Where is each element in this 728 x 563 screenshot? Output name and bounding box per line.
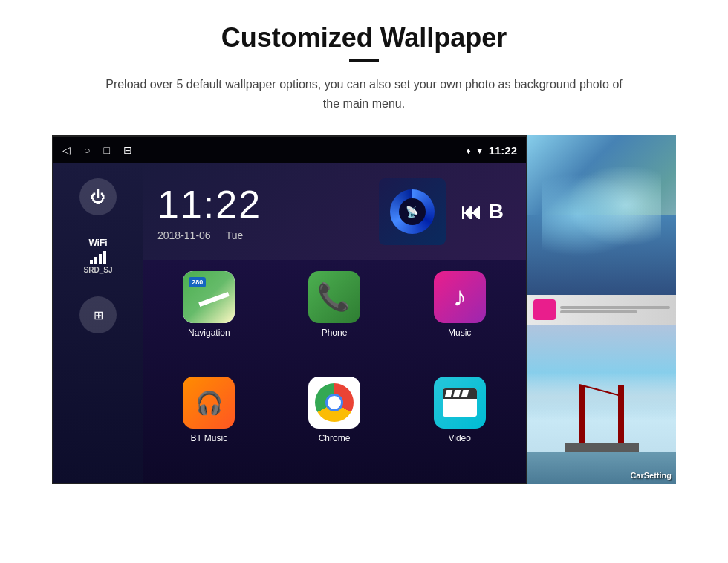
nav-map-bg: 280 xyxy=(183,271,235,323)
clapper-top xyxy=(443,388,477,399)
main-content: ⏻ WiFi SRD_SJ ⊞ xyxy=(53,163,526,484)
android-screen: ◁ ○ □ ⊟ ♦ ▼ 11:22 ⏻ xyxy=(52,135,527,484)
nav-icons: ◁ ○ □ ⊟ xyxy=(62,144,132,156)
btmusic-label: BT Music xyxy=(190,433,227,443)
status-right: ♦ ▼ 11:22 xyxy=(467,144,517,157)
cassette-line-2 xyxy=(560,310,637,313)
navigation-label: Navigation xyxy=(188,328,230,338)
status-time: 11:22 xyxy=(489,144,517,157)
page-container: Customized Wallpaper Preload over 5 defa… xyxy=(0,0,728,563)
wifi-bar-1 xyxy=(90,260,93,264)
content-area: ◁ ○ □ ⊟ ♦ ▼ 11:22 ⏻ xyxy=(0,135,728,484)
date-display: 2018-11-06 Tue xyxy=(157,230,364,241)
app-video[interactable]: Video xyxy=(400,377,519,475)
center-area: 11:22 2018-11-06 Tue 📡 xyxy=(143,163,526,484)
wifi-bar-4 xyxy=(103,251,106,264)
ice-shapes xyxy=(542,167,661,263)
bridge-structure xyxy=(565,357,639,452)
clapper-board xyxy=(443,388,477,417)
clapper-body xyxy=(443,399,477,417)
media-controls: ⏮ B xyxy=(461,200,511,224)
recent-icon[interactable]: □ xyxy=(103,144,109,156)
video-label: Video xyxy=(448,433,470,443)
screenshot-icon[interactable]: ⊟ xyxy=(123,144,132,156)
page-subtitle: Preload over 5 default wallpaper options… xyxy=(104,75,624,113)
wifi-bar-3 xyxy=(99,254,102,264)
cassette-details xyxy=(560,305,670,315)
btmusic-icon: 🎧 xyxy=(183,377,235,429)
wifi-bar-2 xyxy=(94,257,97,264)
music-label: Music xyxy=(448,328,471,338)
radio-icon: 📡 xyxy=(390,189,435,234)
play-icon[interactable]: B xyxy=(489,200,504,224)
cassette-icon xyxy=(533,299,556,320)
music-icon: ♪ xyxy=(434,271,486,323)
status-bar: ◁ ○ □ ⊟ ♦ ▼ 11:22 xyxy=(53,137,526,163)
app-navigation[interactable]: 280 Navigation xyxy=(150,271,268,369)
phone-label: Phone xyxy=(322,328,348,338)
back-icon[interactable]: ◁ xyxy=(62,144,71,156)
nav-road xyxy=(199,292,230,307)
music-symbol: ♪ xyxy=(453,282,467,313)
power-icon: ⏻ xyxy=(91,189,105,206)
app-chrome[interactable]: Chrome xyxy=(276,377,394,475)
app-grid: 280 Navigation 📞 Phone xyxy=(143,260,526,484)
wallpaper-ice[interactable] xyxy=(527,135,676,295)
home-icon[interactable]: ○ xyxy=(84,144,90,156)
radio-inner: 📡 xyxy=(399,198,426,225)
video-icon xyxy=(434,377,486,429)
wifi-bars xyxy=(90,251,106,264)
app-phone[interactable]: 📞 Phone xyxy=(276,271,394,369)
apps-button[interactable]: ⊞ xyxy=(79,296,117,333)
radio-symbol: 📡 xyxy=(406,206,418,218)
previous-icon[interactable]: ⏮ xyxy=(461,200,481,224)
time-block: 11:22 2018-11-06 Tue xyxy=(157,182,364,241)
nav-sign: 280 xyxy=(189,277,206,287)
phone-symbol: 📞 xyxy=(317,282,351,313)
clapper-stripe-3 xyxy=(461,390,469,397)
apps-icon: ⊞ xyxy=(94,308,103,322)
carsetting-label: CarSetting xyxy=(630,471,672,480)
bridge-cable xyxy=(579,384,623,397)
clapper-stripe-2 xyxy=(452,390,461,397)
bt-symbol: 🎧 xyxy=(195,390,223,416)
day-value: Tue xyxy=(226,230,244,241)
title-divider xyxy=(349,59,379,62)
page-title: Customized Wallpaper xyxy=(221,22,507,53)
cassette-strip xyxy=(527,295,676,325)
bridge-road xyxy=(565,443,639,452)
location-icon: ♦ xyxy=(467,145,471,155)
phone-icon: 📞 xyxy=(308,271,360,323)
chrome-icon xyxy=(308,377,360,429)
wallpaper-previews: CarSetting xyxy=(527,135,676,484)
clock-display: 11:22 xyxy=(157,182,364,227)
date-value: 2018-11-06 xyxy=(157,230,211,241)
time-row: 11:22 2018-11-06 Tue 📡 xyxy=(143,163,526,260)
power-button[interactable]: ⏻ xyxy=(79,178,117,215)
wifi-network: SRD_SJ xyxy=(84,266,113,274)
sidebar: ⏻ WiFi SRD_SJ ⊞ xyxy=(53,163,143,484)
wifi-status-icon: ▼ xyxy=(475,145,484,155)
wifi-label: WiFi xyxy=(88,238,107,248)
clapper-stripe-1 xyxy=(444,390,452,397)
wifi-section: WiFi SRD_SJ xyxy=(84,238,113,274)
cassette-line-1 xyxy=(560,306,670,309)
chrome-label: Chrome xyxy=(319,433,351,443)
chrome-center xyxy=(325,394,343,411)
wallpaper-bridge[interactable]: CarSetting xyxy=(527,325,676,484)
app-btmusic[interactable]: 🎧 BT Music xyxy=(150,377,268,475)
navigation-icon: 280 xyxy=(183,271,235,323)
radio-widget[interactable]: 📡 xyxy=(379,178,446,245)
app-music[interactable]: ♪ Music xyxy=(400,271,519,369)
